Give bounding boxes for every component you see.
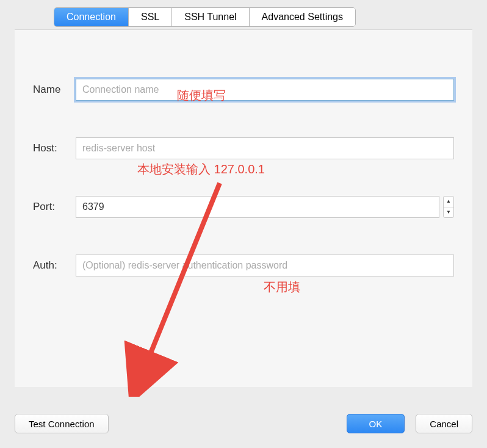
cancel-button[interactable]: Cancel	[416, 414, 472, 433]
host-row: Host:	[33, 137, 454, 159]
port-stepper: ▲ ▼	[443, 196, 454, 218]
connection-form-panel: Name Host: Port: ▲ ▼ Auth:	[15, 29, 472, 387]
tab-bar: Connection SSL SSH Tunnel Advanced Setti…	[54, 7, 356, 27]
host-input[interactable]	[76, 137, 454, 159]
tab-advanced-settings[interactable]: Advanced Settings	[250, 8, 355, 26]
ok-button[interactable]: OK	[347, 414, 405, 433]
tab-ssl[interactable]: SSL	[129, 8, 172, 26]
auth-input[interactable]	[76, 255, 454, 276]
test-connection-button[interactable]: Test Connection	[15, 414, 109, 433]
dialog-container: Connection SSL SSH Tunnel Advanced Setti…	[0, 0, 487, 448]
button-bar: Test Connection OK Cancel	[15, 414, 472, 433]
port-spinner: ▲ ▼	[76, 196, 454, 218]
port-row: Port: ▲ ▼	[33, 196, 454, 218]
port-input[interactable]	[76, 196, 439, 218]
port-step-down[interactable]: ▼	[444, 208, 453, 218]
host-label: Host:	[33, 142, 76, 154]
auth-row: Auth:	[33, 255, 454, 276]
port-step-up[interactable]: ▲	[444, 197, 453, 208]
name-row: Name	[33, 79, 454, 101]
name-label: Name	[33, 84, 76, 96]
name-input[interactable]	[76, 79, 454, 101]
tab-ssh-tunnel[interactable]: SSH Tunnel	[172, 8, 249, 26]
auth-label: Auth:	[33, 259, 76, 272]
tab-connection[interactable]: Connection	[54, 8, 129, 26]
port-label: Port:	[33, 201, 76, 213]
